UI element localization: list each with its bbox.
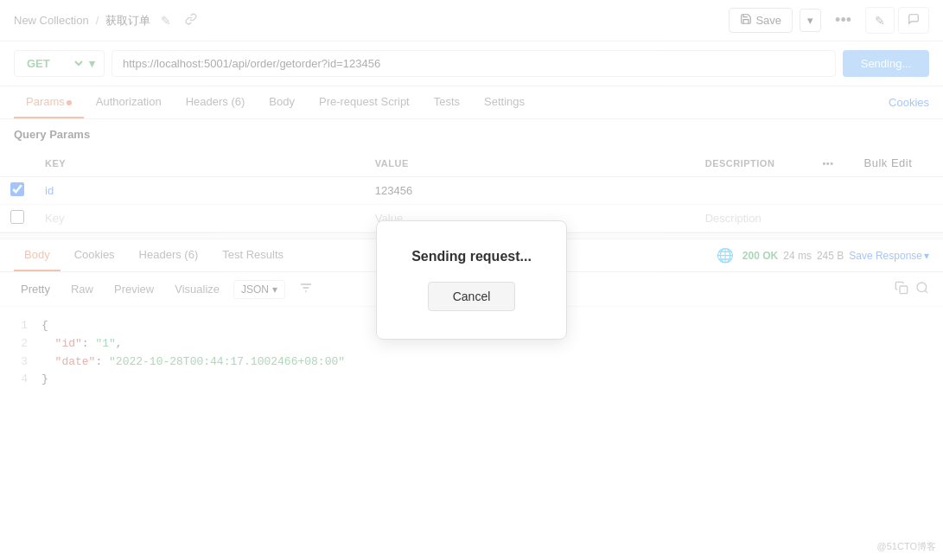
cancel-button[interactable]: Cancel [428, 282, 516, 311]
overlay-title: Sending request... [411, 249, 532, 264]
overlay-box: Sending request... Cancel [376, 220, 567, 340]
sending-overlay: Sending request... Cancel [0, 0, 943, 560]
